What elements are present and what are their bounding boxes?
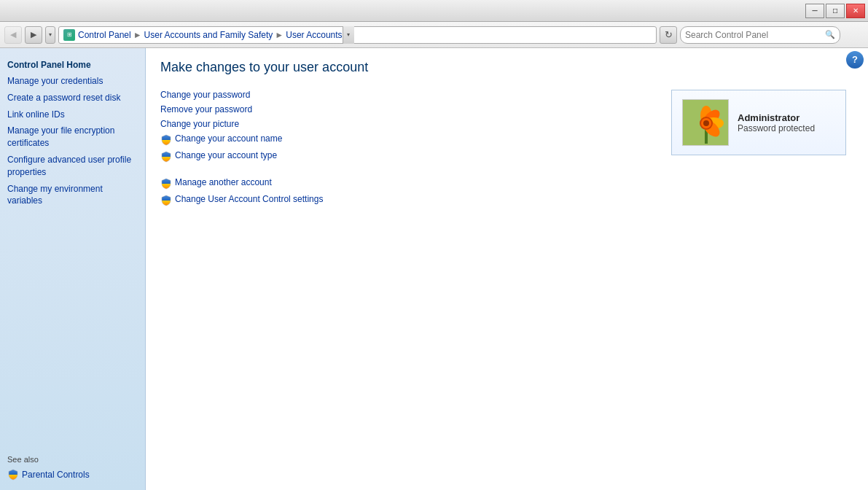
change-picture-link[interactable]: Change your picture	[160, 119, 649, 129]
main-container: Control Panel Home Manage your credentia…	[0, 48, 868, 490]
account-card: Administrator Password protected	[671, 90, 846, 155]
search-input[interactable]	[685, 30, 825, 40]
account-status: Password protected	[738, 123, 815, 133]
path-dropdown-button[interactable]: ▾	[343, 26, 354, 44]
close-button[interactable]: ✕	[846, 4, 865, 18]
see-also-label: See also	[0, 452, 145, 467]
sidebar-item-parental-controls[interactable]: Parental Controls	[0, 467, 145, 483]
shield-icon-account-type	[160, 151, 172, 163]
shield-icon-manage-another	[160, 178, 172, 190]
sidebar-home-link[interactable]: Control Panel Home	[0, 55, 145, 73]
breadcrumb-control-panel[interactable]: Control Panel	[78, 30, 131, 40]
maximize-button[interactable]: □	[826, 4, 845, 18]
remove-password-text[interactable]: Remove your password	[160, 104, 252, 114]
breadcrumb-separator-1: ►	[133, 30, 142, 40]
breadcrumb-separator-2: ►	[275, 30, 284, 40]
search-icon[interactable]: 🔍	[825, 30, 835, 39]
sidebar-item-manage-file-encryption[interactable]: Manage your file encryption certificates	[0, 122, 145, 152]
sidebar-item-create-password-reset[interactable]: Create a password reset disk	[0, 90, 145, 106]
sidebar: Control Panel Home Manage your credentia…	[0, 48, 146, 490]
change-uac-settings-text[interactable]: Change User Account Control settings	[175, 194, 323, 204]
avatar-image	[683, 100, 729, 146]
help-button[interactable]: ?	[846, 51, 864, 69]
shield-icon-uac-settings	[160, 195, 172, 206]
window-controls: ─ □ ✕	[805, 4, 865, 18]
manage-another-account-text[interactable]: Manage another account	[175, 177, 272, 187]
sidebar-item-manage-credentials[interactable]: Manage your credentials	[0, 73, 145, 90]
manage-another-account-link[interactable]: Manage another account	[160, 177, 649, 190]
breadcrumb-user-accounts-family[interactable]: User Accounts and Family Safety	[144, 30, 273, 40]
account-info: Administrator Password protected	[738, 112, 815, 133]
forward-button[interactable]: ▶	[25, 26, 42, 44]
path-icon: ⊞	[63, 29, 75, 41]
svg-point-8	[703, 120, 709, 126]
search-box: 🔍	[680, 26, 840, 44]
breadcrumb-user-accounts[interactable]: User Accounts	[286, 30, 342, 40]
page-title: Make changes to your user account	[160, 60, 853, 75]
content-area: Make changes to your user account Change…	[146, 48, 868, 490]
change-account-type-link[interactable]: Change your account type	[160, 150, 649, 163]
refresh-button[interactable]: ↻	[660, 26, 677, 44]
account-avatar	[682, 99, 729, 146]
remove-password-link[interactable]: Remove your password	[160, 104, 649, 114]
sidebar-item-configure-advanced-profile[interactable]: Configure advanced user profile properti…	[0, 152, 145, 181]
change-account-type-text[interactable]: Change your account type	[175, 150, 277, 160]
address-bar: ◀ ▶ ▾ ⊞ Control Panel ► User Accounts an…	[0, 22, 868, 48]
right-column: Administrator Password protected	[671, 90, 853, 211]
content-columns: Change your password Remove your passwor…	[160, 90, 853, 211]
change-account-name-link[interactable]: Change your account name	[160, 133, 649, 146]
change-password-text[interactable]: Change your password	[160, 90, 250, 100]
change-uac-settings-link[interactable]: Change User Account Control settings	[160, 194, 649, 206]
sidebar-item-change-env-vars[interactable]: Change my environment variables	[0, 181, 145, 210]
account-name: Administrator	[738, 112, 815, 123]
change-account-name-text[interactable]: Change your account name	[175, 133, 282, 144]
shield-icon-account-name	[160, 134, 172, 146]
parental-controls-label: Parental Controls	[22, 470, 90, 480]
change-picture-text[interactable]: Change your picture	[160, 119, 239, 129]
title-bar: ─ □ ✕	[0, 0, 868, 22]
left-column: Change your password Remove your passwor…	[160, 90, 649, 211]
change-password-link[interactable]: Change your password	[160, 90, 649, 100]
sidebar-item-link-online-ids[interactable]: Link online IDs	[0, 106, 145, 123]
shield-icon	[7, 469, 19, 481]
nav-history-button[interactable]: ▾	[45, 26, 55, 44]
address-path: ⊞ Control Panel ► User Accounts and Fami…	[58, 26, 657, 44]
minimize-button[interactable]: ─	[805, 4, 824, 18]
back-button[interactable]: ◀	[4, 26, 22, 44]
